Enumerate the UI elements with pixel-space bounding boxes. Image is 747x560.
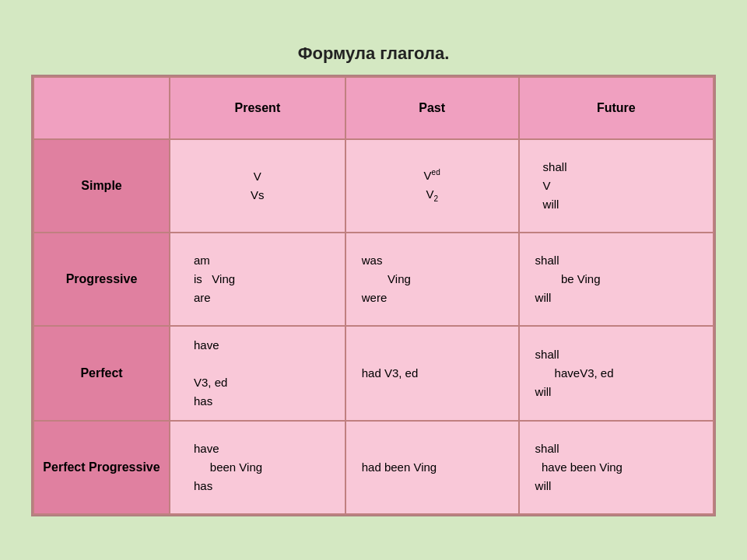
row-label-0: Simple xyxy=(33,139,170,233)
table-row: SimpleV VsVedV2shall V will xyxy=(33,139,714,233)
cell-future-1: shall be Ving will xyxy=(519,233,714,326)
cell-present-1: am is Ving are xyxy=(170,233,345,326)
main-container: Формула глагола. Present Past Future Sim… xyxy=(16,28,731,532)
header-past: Past xyxy=(345,77,519,139)
verb-formula-table: Present Past Future SimpleV VsVedV2shall… xyxy=(33,76,714,515)
cell-future-2: shall haveV3, ed will xyxy=(519,326,714,421)
page-title: Формула глагола. xyxy=(31,44,716,64)
header-empty xyxy=(33,77,170,139)
row-label-2: Perfect xyxy=(33,326,170,421)
header-future: Future xyxy=(519,77,714,139)
cell-future-3: shall have been Ving will xyxy=(519,421,714,514)
table-row: Progressiveam is Ving arewas Ving weresh… xyxy=(33,233,714,326)
cell-past-1: was Ving were xyxy=(345,233,519,326)
table-row: Perfecthave V3, ed hashad V3, edshall ha… xyxy=(33,326,714,421)
cell-present-2: have V3, ed has xyxy=(170,326,345,421)
cell-past-2: had V3, ed xyxy=(345,326,519,421)
cell-past-0: VedV2 xyxy=(345,139,519,233)
cell-future-0: shall V will xyxy=(519,139,714,233)
header-present: Present xyxy=(170,77,345,139)
row-label-3: Perfect Progressive xyxy=(33,421,170,514)
table-wrapper: Present Past Future SimpleV VsVedV2shall… xyxy=(31,75,716,516)
table-row: Perfect Progressivehave been Ving hashad… xyxy=(33,421,714,514)
cell-present-3: have been Ving has xyxy=(170,421,345,514)
cell-past-3: had been Ving xyxy=(345,421,519,514)
row-label-1: Progressive xyxy=(33,233,170,326)
cell-present-0: V Vs xyxy=(170,139,345,233)
